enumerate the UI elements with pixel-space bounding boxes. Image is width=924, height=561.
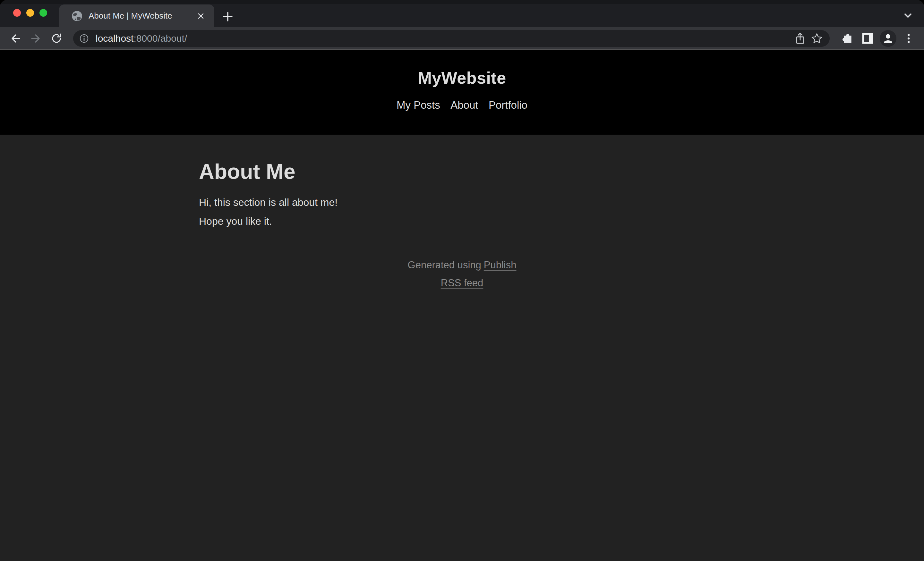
extensions-button[interactable] — [838, 30, 856, 48]
window-minimize-button[interactable] — [26, 9, 34, 16]
window-zoom-button[interactable] — [39, 9, 47, 16]
back-button[interactable] — [6, 30, 24, 48]
site-nav: My Posts About Portfolio — [0, 99, 924, 111]
x-close-icon — [197, 12, 205, 20]
page-title: About Me — [199, 159, 725, 184]
site-info-icon[interactable] — [77, 31, 91, 45]
share-button[interactable] — [792, 31, 808, 45]
puzzle-piece-icon — [841, 32, 854, 45]
person-icon — [882, 32, 894, 45]
share-up-arrow-icon — [795, 32, 806, 45]
url-host: localhost — [96, 33, 134, 43]
browser-tab[interactable]: About Me | MyWebsite — [59, 4, 214, 27]
star-outline-icon — [811, 32, 823, 45]
info-circle-icon — [79, 33, 89, 43]
nav-link-my-posts[interactable]: My Posts — [396, 99, 440, 111]
window-controls — [13, 9, 47, 16]
side-panel-button[interactable] — [858, 30, 876, 48]
about-paragraph-1: Hi, this section is all about me! — [199, 195, 725, 209]
site-footer: Generated usingPublish RSS feed — [0, 258, 924, 290]
window-close-button[interactable] — [13, 9, 21, 16]
generated-line: Generated usingPublish — [0, 258, 924, 272]
tab-close-button[interactable] — [194, 10, 207, 22]
new-tab-button[interactable] — [220, 9, 236, 24]
refresh-icon — [50, 32, 63, 45]
forward-button[interactable] — [27, 30, 45, 48]
menu-button[interactable] — [900, 30, 918, 48]
web-page: MyWebsite My Posts About Portfolio About… — [0, 50, 924, 560]
chevron-down-icon — [903, 10, 914, 21]
page-content: About Me Hi, this section is all about m… — [173, 135, 751, 229]
plus-icon — [222, 11, 233, 22]
generated-text: Generated using — [408, 259, 481, 271]
square-panel-icon — [861, 32, 874, 45]
tab-title: About Me | MyWebsite — [88, 11, 194, 21]
browser-window: About Me | MyWebsite — [0, 0, 924, 561]
url-text: localhost:8000/about/ — [96, 33, 792, 44]
reload-button[interactable] — [48, 30, 66, 48]
site-name[interactable]: MyWebsite — [418, 68, 506, 88]
globe-favicon-icon — [71, 10, 83, 22]
arrow-right-icon — [30, 32, 42, 45]
tab-strip: About Me | MyWebsite — [0, 0, 924, 27]
browser-toolbar: localhost:8000/about/ — [0, 27, 924, 50]
three-dot-vertical-icon — [903, 33, 914, 44]
site-header: MyWebsite My Posts About Portfolio — [0, 50, 924, 135]
nav-link-portfolio[interactable]: Portfolio — [489, 99, 528, 111]
about-paragraph-2: Hope you like it. — [199, 214, 725, 229]
avatar — [880, 30, 896, 47]
address-bar[interactable]: localhost:8000/about/ — [73, 30, 830, 47]
publish-link[interactable]: Publish — [484, 259, 516, 271]
profile-avatar-button[interactable] — [879, 30, 897, 48]
rss-feed-link[interactable]: RSS feed — [441, 277, 483, 289]
rss-line: RSS feed — [0, 276, 924, 290]
bookmark-star-button[interactable] — [808, 31, 825, 45]
url-path: :8000/about/ — [134, 33, 187, 43]
arrow-left-icon — [9, 32, 21, 45]
nav-link-about[interactable]: About — [450, 99, 478, 111]
tab-search-chevron-button[interactable] — [901, 8, 915, 22]
